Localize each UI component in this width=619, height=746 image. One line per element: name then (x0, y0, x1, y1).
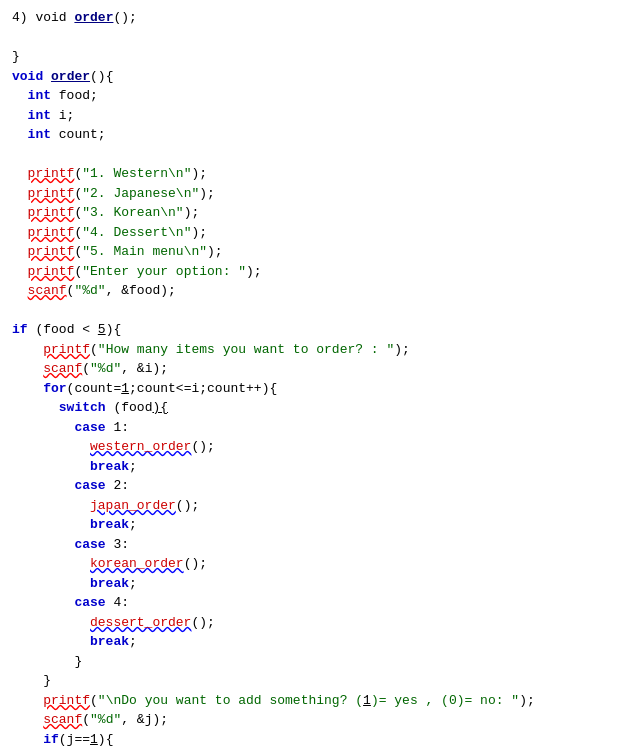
line-close-brace: } (12, 47, 607, 67)
line-japan: japan_order(); (12, 496, 607, 516)
line-printf8: printf("\nDo you want to add something? … (12, 691, 607, 711)
line-case4: case 4: (12, 593, 607, 613)
line-break2: break; (12, 515, 607, 535)
line-header: 4) void order(); (12, 8, 607, 28)
line-count-decl: int count; (12, 125, 607, 145)
line-case1: case 1: (12, 418, 607, 438)
line-case3: case 3: (12, 535, 607, 555)
line-switch: switch (food){ (12, 398, 607, 418)
line-if-j: if(j==1){ (12, 730, 607, 747)
line-printf3: printf("3. Korean\n"); (12, 203, 607, 223)
line-case2: case 2: (12, 476, 607, 496)
line-printf1: printf("1. Western\n"); (12, 164, 607, 184)
line-printf5: printf("5. Main menu\n"); (12, 242, 607, 262)
line-if-food: if (food < 5){ (12, 320, 607, 340)
line-empty1 (12, 28, 607, 48)
line-break1: break; (12, 457, 607, 477)
line-food-decl: int food; (12, 86, 607, 106)
line-empty3 (12, 301, 607, 321)
line-printf7: printf("How many items you want to order… (12, 340, 607, 360)
line-scanf2: scanf("%d", &i); (12, 359, 607, 379)
line-void-order: void order(){ (12, 67, 607, 87)
line-printf4: printf("4. Dessert\n"); (12, 223, 607, 243)
line-close-switch: } (12, 652, 607, 672)
line-printf2: printf("2. Japanese\n"); (12, 184, 607, 204)
line-scanf1: scanf("%d", &food); (12, 281, 607, 301)
line-western: western_order(); (12, 437, 607, 457)
code-viewer: 4) void order(); } void order(){ int foo… (12, 8, 607, 746)
line-i-decl: int i; (12, 106, 607, 126)
line-close-for: } (12, 671, 607, 691)
line-for: for(count=1;count<=i;count++){ (12, 379, 607, 399)
line-break3: break; (12, 574, 607, 594)
line-dessert: dessert_order(); (12, 613, 607, 633)
line-empty2 (12, 145, 607, 165)
line-korean: korean_order(); (12, 554, 607, 574)
line-printf6: printf("Enter your option: "); (12, 262, 607, 282)
line-break4: break; (12, 632, 607, 652)
line-scanf3: scanf("%d", &j); (12, 710, 607, 730)
